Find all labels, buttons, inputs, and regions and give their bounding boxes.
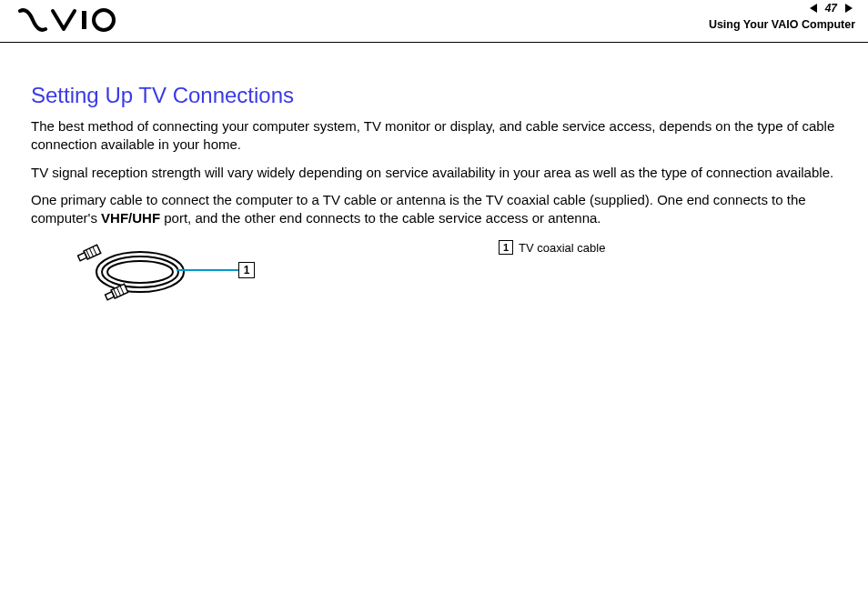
svg-marker-3 <box>845 4 853 13</box>
page-number: 47 <box>823 2 839 15</box>
page-nav: 47 Using Your VAIO Computer <box>709 0 855 31</box>
coaxial-cable-illustration <box>58 240 195 313</box>
paragraph-3: One primary cable to connect the compute… <box>31 191 837 228</box>
figure-legend: 1 TV coaxial cable <box>499 240 605 255</box>
para3-part-b: port, and the other end connects to the … <box>160 210 601 226</box>
page-header: 47 Using Your VAIO Computer <box>0 0 868 43</box>
prev-page-arrow-icon[interactable] <box>807 2 820 15</box>
svg-rect-0 <box>82 11 86 29</box>
svg-point-4 <box>96 252 184 292</box>
next-page-arrow-icon[interactable] <box>843 2 855 15</box>
breadcrumb: Using Your VAIO Computer <box>709 18 855 31</box>
callout-number-box: 1 <box>238 262 255 278</box>
vaio-logo <box>18 5 118 41</box>
legend-label: TV coaxial cable <box>519 241 605 255</box>
vaio-logo-svg <box>18 5 118 35</box>
svg-point-1 <box>94 10 114 30</box>
svg-rect-8 <box>78 253 87 261</box>
svg-point-6 <box>107 261 173 283</box>
figure: 1 1 TV coaxial cable <box>31 240 837 349</box>
paragraph-1: The best method of connecting your compu… <box>31 117 837 155</box>
para3-bold: VHF/UHF <box>101 210 160 226</box>
svg-marker-2 <box>810 4 817 13</box>
paragraph-2: TV signal reception strength will vary w… <box>31 164 837 182</box>
callout-leader-line <box>177 269 240 271</box>
legend-number-box: 1 <box>499 240 513 255</box>
svg-rect-13 <box>106 292 115 300</box>
section-heading: Setting Up TV Connections <box>31 83 837 108</box>
page-content: Setting Up TV Connections The best metho… <box>0 43 868 349</box>
